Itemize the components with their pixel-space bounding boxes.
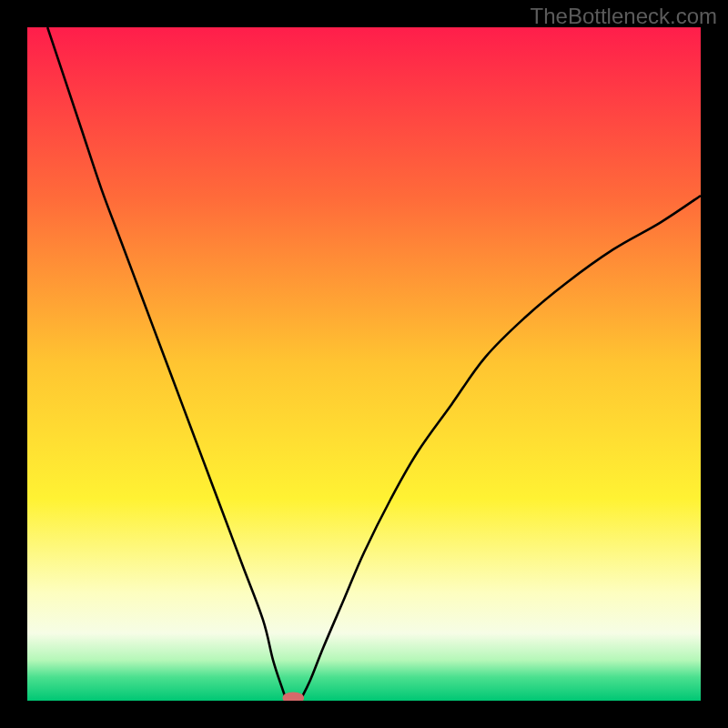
watermark-text: TheBottleneck.com: [531, 4, 717, 29]
gradient-background: [27, 27, 701, 701]
plot-area: [27, 27, 701, 701]
chart-svg: [27, 27, 701, 701]
chart-frame: TheBottleneck.com: [0, 0, 728, 728]
